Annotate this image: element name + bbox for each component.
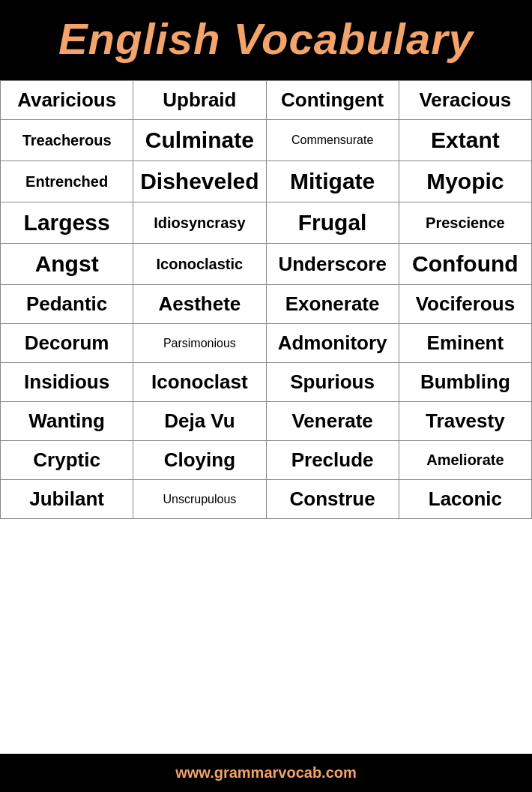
page-footer: www.grammarvocab.com xyxy=(0,754,532,792)
table-row: LargessIdiosyncrasyFrugalPrescience xyxy=(1,202,532,244)
table-cell: Contingent xyxy=(266,81,399,120)
table-row: AngstIconoclasticUnderscoreConfound xyxy=(1,244,532,285)
table-cell: Decorum xyxy=(1,324,133,363)
table-cell: Underscore xyxy=(266,244,399,285)
table-row: JubilantUnscrupulousConstrueLaconic xyxy=(1,480,532,519)
page-header: English Vocabulary xyxy=(0,0,532,80)
table-row: InsidiousIconoclastSpuriousBumbling xyxy=(1,363,532,402)
table-cell: Entrenched xyxy=(1,161,133,202)
table-row: DecorumParsimoniousAdmonitoryEminent xyxy=(1,324,532,363)
table-cell: Iconoclast xyxy=(133,363,266,402)
table-cell: Treacherous xyxy=(1,120,133,161)
table-row: AvariciousUpbraidContingentVeracious xyxy=(1,81,532,120)
table-cell: Construe xyxy=(266,480,399,519)
table-cell: Insidious xyxy=(1,363,133,402)
table-cell: Iconoclastic xyxy=(133,244,266,285)
table-cell: Veracious xyxy=(399,81,531,120)
table-cell: Vociferous xyxy=(399,285,531,324)
table-cell: Admonitory xyxy=(266,324,399,363)
table-cell: Avaricious xyxy=(1,81,133,120)
table-cell: Largess xyxy=(1,202,133,244)
table-cell: Mitigate xyxy=(266,161,399,202)
footer-url: www.grammarvocab.com xyxy=(175,764,357,781)
table-cell: Confound xyxy=(399,244,531,285)
table-cell: Upbraid xyxy=(133,81,266,120)
page-title: English Vocabulary xyxy=(7,14,525,64)
vocabulary-table: AvariciousUpbraidContingentVeraciousTrea… xyxy=(0,80,532,519)
table-cell: Angst xyxy=(1,244,133,285)
table-cell: Jubilant xyxy=(1,480,133,519)
table-row: WantingDeja VuVenerateTravesty xyxy=(1,402,532,441)
table-cell: Disheveled xyxy=(133,161,266,202)
table-cell: Laconic xyxy=(399,480,531,519)
table-cell: Cryptic xyxy=(1,441,133,480)
table-cell: Travesty xyxy=(399,402,531,441)
table-cell: Venerate xyxy=(266,402,399,441)
table-cell: Wanting xyxy=(1,402,133,441)
table-cell: Prescience xyxy=(399,202,531,244)
table-row: TreacherousCulminateCommensurateExtant xyxy=(1,120,532,161)
table-cell: Deja Vu xyxy=(133,402,266,441)
table-cell: Myopic xyxy=(399,161,531,202)
table-cell: Cloying xyxy=(133,441,266,480)
table-cell: Preclude xyxy=(266,441,399,480)
table-row: PedanticAestheteExonerateVociferous xyxy=(1,285,532,324)
table-cell: Idiosyncrasy xyxy=(133,202,266,244)
table-cell: Culminate xyxy=(133,120,266,161)
table-cell: Aesthete xyxy=(133,285,266,324)
table-cell: Extant xyxy=(399,120,531,161)
table-cell: Bumbling xyxy=(399,363,531,402)
table-cell: Unscrupulous xyxy=(133,480,266,519)
table-row: CrypticCloyingPrecludeAmeliorate xyxy=(1,441,532,480)
table-cell: Spurious xyxy=(266,363,399,402)
table-row: EntrenchedDisheveledMitigateMyopic xyxy=(1,161,532,202)
table-cell: Parsimonious xyxy=(133,324,266,363)
table-cell: Commensurate xyxy=(266,120,399,161)
table-cell: Pedantic xyxy=(1,285,133,324)
table-cell: Eminent xyxy=(399,324,531,363)
table-cell: Ameliorate xyxy=(399,441,531,480)
table-cell: Frugal xyxy=(266,202,399,244)
vocabulary-table-container: AvariciousUpbraidContingentVeraciousTrea… xyxy=(0,80,532,754)
table-cell: Exonerate xyxy=(266,285,399,324)
